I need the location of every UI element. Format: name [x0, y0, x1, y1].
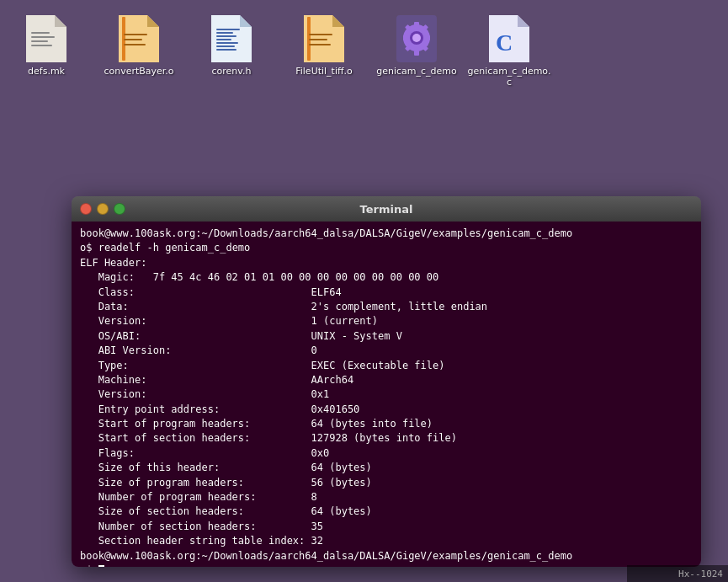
svg-marker-1: [55, 15, 66, 27]
statusbar: Hx--1024: [627, 565, 728, 582]
terminal-output-2: Class: ELF64: [80, 286, 693, 300]
terminal-output-3: Data: 2's complement, little endian: [80, 300, 693, 314]
file-icon-convertbayer-o[interactable]: convertBayer.o: [93, 8, 185, 83]
svg-rect-25: [309, 39, 327, 40]
svg-rect-17: [216, 39, 231, 40]
svg-rect-10: [124, 39, 142, 40]
svg-rect-9: [124, 34, 147, 35]
svg-rect-18: [216, 42, 238, 44]
svg-point-38: [412, 34, 421, 42]
terminal-output-19: Section header string table index: 32: [80, 534, 693, 548]
genicam-c-demo-label: genicam_c_demo: [376, 66, 457, 77]
terminal-output-11: Start of program headers: 64 (bytes into…: [80, 417, 693, 431]
fileutil-tiff-icon: [304, 15, 344, 62]
terminal-output-0: ELF Header:: [80, 256, 693, 270]
terminal-close-button[interactable]: [80, 203, 92, 215]
svg-rect-30: [414, 22, 419, 27]
svg-rect-16: [216, 35, 236, 37]
svg-rect-3: [31, 36, 55, 38]
svg-marker-22: [332, 15, 344, 27]
terminal-last-path: book@www.100ask.org:~/Downloads/aarch64_…: [80, 549, 693, 563]
file-icon-fileutil-tiff-o[interactable]: FileUtil_tiff.o: [278, 8, 370, 83]
terminal-last-prompt: o$: [80, 563, 693, 567]
svg-rect-14: [216, 29, 240, 30]
terminal-output-17: Size of section headers: 64 (bytes): [80, 505, 693, 519]
terminal-cursor: [98, 565, 104, 567]
convertbayer-icon: [119, 15, 159, 62]
terminal-output-13: Flags: 0x0: [80, 446, 693, 461]
svg-rect-24: [309, 34, 332, 35]
terminal-window: Terminal book@www.100ask.org:~/Downloads…: [72, 196, 701, 567]
terminal-output-4: Version: 1 (current): [80, 314, 693, 328]
file-icons-row: defs.mk convertBayer.o: [0, 0, 728, 94]
svg-rect-11: [124, 44, 146, 45]
svg-rect-4: [31, 40, 48, 42]
convertbayer-o-label: convertBayer.o: [104, 66, 173, 77]
svg-rect-5: [31, 45, 52, 46]
terminal-body[interactable]: book@www.100ask.org:~/Downloads/aarch64_…: [72, 222, 701, 567]
terminal-output-1: Magic: 7f 45 4c 46 02 01 01 00 00 00 00 …: [80, 270, 693, 285]
file-icon-genicam-c-demo[interactable]: genicam_c_demo: [370, 8, 463, 83]
genicam-c-demo-c-icon: C: [489, 15, 529, 62]
terminal-output-6: ABI Version: 0: [80, 344, 693, 358]
terminal-line-path: book@www.100ask.org:~/Downloads/aarch64_…: [80, 227, 693, 241]
file-icon-genicam-c-demo-c[interactable]: C genicam_c_demo.c: [463, 8, 555, 94]
svg-marker-40: [518, 15, 529, 27]
terminal-window-controls: [80, 203, 125, 215]
terminal-output-10: Entry point address: 0x401650: [80, 403, 693, 417]
fileutil-tiff-o-label: FileUtil_tiff.o: [295, 66, 353, 77]
terminal-output-14: Size of this header: 64 (bytes): [80, 461, 693, 475]
terminal-title: Terminal: [360, 203, 413, 216]
terminal-output-7: Type: EXEC (Executable file): [80, 359, 693, 373]
file-icon-defs-mk[interactable]: defs.mk: [0, 8, 93, 83]
svg-text:C: C: [496, 29, 513, 56]
svg-rect-15: [216, 32, 233, 34]
svg-marker-7: [147, 15, 159, 27]
terminal-line-command: o$ readelf -h genicam_c_demo: [80, 241, 693, 255]
svg-rect-20: [216, 49, 236, 51]
terminal-output-12: Start of section headers: 127928 (bytes …: [80, 431, 693, 446]
file-icon-corenv-h[interactable]: corenv.h: [185, 8, 278, 83]
svg-rect-32: [403, 35, 408, 40]
terminal-titlebar: Terminal: [72, 196, 701, 222]
defs-mk-label: defs.mk: [28, 66, 65, 77]
svg-rect-2: [31, 32, 50, 34]
corenv-h-icon: [211, 15, 252, 62]
desktop: defs.mk convertBayer.o: [0, 0, 728, 582]
svg-rect-19: [216, 45, 235, 47]
statusbar-text: Hx--1024: [678, 569, 723, 579]
genicam-c-demo-c-label: genicam_c_demo.c: [467, 66, 551, 88]
terminal-output-9: Version: 0x1: [80, 387, 693, 402]
terminal-output-8: Machine: AArch64: [80, 373, 693, 387]
svg-rect-26: [309, 44, 331, 45]
corenv-h-label: corenv.h: [212, 66, 252, 77]
svg-rect-33: [425, 35, 430, 40]
defs-mk-icon: [26, 15, 66, 62]
svg-rect-31: [414, 51, 419, 56]
terminal-output-5: OS/ABI: UNIX - System V: [80, 329, 693, 344]
terminal-output-18: Number of section headers: 35: [80, 520, 693, 534]
terminal-output-15: Size of program headers: 56 (bytes): [80, 476, 693, 490]
terminal-maximize-button[interactable]: [114, 203, 125, 215]
svg-marker-13: [240, 15, 252, 27]
terminal-output-16: Number of program headers: 8: [80, 490, 693, 505]
genicam-c-demo-icon: [396, 15, 437, 62]
terminal-minimize-button[interactable]: [97, 203, 109, 215]
